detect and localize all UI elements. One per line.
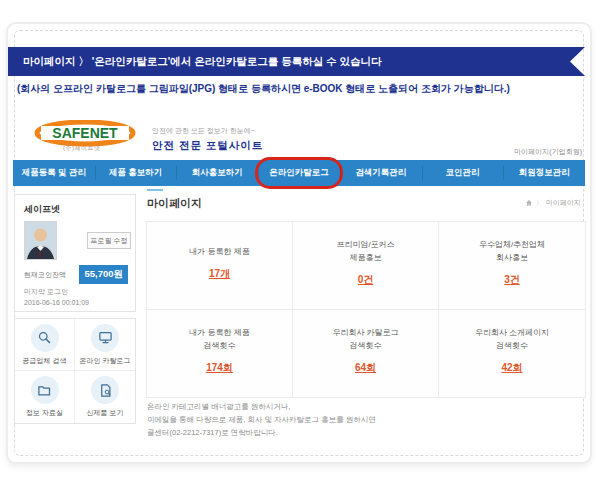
svg-text:SAFENET: SAFENET (52, 125, 118, 141)
stat-value-link[interactable]: 42회 (501, 361, 522, 375)
stat-excellent-company-promo: 우수업체/추천업체 회사홍보 3건 (439, 222, 585, 310)
page: 마이페이지 〉 '온라인카탈로그'에서 온라인카탈로그를 등록하실 수 있습니다… (0, 0, 600, 492)
main-nav: 제품등록 및 관리 제품 홍보하기 회사홍보하기 온라인카탈로그 검색기록관리 … (13, 160, 585, 186)
quick-menu-info-library[interactable]: 정보 자료실 (15, 371, 75, 423)
quick-menu-label: 신제품 보기 (87, 408, 124, 418)
stat-product-search-count: 내가 등록한 제품 검색횟수 174회 (147, 310, 293, 398)
last-login: 마지막 로그인 2016-06-16 00:01:09 (24, 287, 89, 308)
profile-company-name: 세이프넷 (24, 203, 126, 216)
stats-table: 내가 등록한 제품 17개 프리미엄/포커스 제품홍보 0건 우수업체/추천업체… (146, 221, 586, 398)
contact-notice: 온라인 카테고리별 배너광고를 원하시거나, 이메일을 통해 다량으로 제품, … (147, 401, 376, 439)
stat-value-link[interactable]: 17개 (209, 267, 230, 281)
stat-value-link[interactable]: 174회 (206, 361, 233, 375)
notice-ribbon: 마이페이지 〉 '온라인카탈로그'에서 온라인카탈로그를 등록하실 수 있습니다 (8, 47, 585, 76)
search-icon (31, 324, 59, 352)
stat-label: 내가 등록한 제품 (189, 246, 249, 258)
tagline-main: 안전 전문 포털사이트 (152, 139, 263, 153)
last-login-label: 마지막 로그인 (24, 287, 89, 298)
notice-ribbon-text: 마이페이지 〉 '온라인카탈로그'에서 온라인카탈로그를 등록하실 수 있습니다 (23, 55, 382, 67)
stat-premium-focus-promo: 프리미엄/포커스 제품홍보 0건 (293, 222, 439, 310)
stat-label: 우리회사 카탈로그 (332, 327, 398, 339)
nav-item-member-info[interactable]: 회원정보관리 (503, 160, 585, 186)
contact-notice-line: 온라인 카테고리별 배너광고를 원하시거나, (147, 401, 376, 414)
breadcrumb: 〉 마이페이지 (525, 198, 581, 208)
stat-label: 제품홍보 (350, 252, 382, 264)
stat-value-link[interactable]: 64회 (355, 361, 376, 375)
quick-menu-label: 공급업체 검색 (23, 356, 67, 366)
user-type-label: 마이페이지(기업회원) (514, 147, 582, 157)
stat-catalog-search-count: 우리회사 카탈로그 검색횟수 64회 (293, 310, 439, 398)
stat-label: 내가 등록한 제품 (189, 327, 249, 339)
nav-item-product-register[interactable]: 제품등록 및 관리 (13, 160, 95, 186)
stat-label: 검색횟수 (204, 340, 236, 352)
coin-label: 현재코인잔액 (24, 270, 66, 280)
stat-label: 프리미엄/포커스 (336, 239, 394, 251)
profile-box: 세이프넷 프로필 수정 현재코인잔액 55,700원 마지막 로그인 2016-… (14, 194, 136, 312)
stat-label: 검색횟수 (496, 340, 528, 352)
quick-menu-label: 정보 자료실 (26, 408, 63, 418)
coin-balance-badge: 55,700원 (79, 265, 128, 284)
nav-item-search-history[interactable]: 검색기록관리 (340, 160, 422, 186)
new-product-icon (91, 376, 119, 404)
quick-menu-label: 온라인 카탈로그 (80, 356, 131, 366)
stat-label: 우수업체/추천업체 (479, 239, 545, 251)
title-accent-line (147, 189, 163, 191)
monitor-icon (91, 324, 119, 352)
stat-value-link[interactable]: 0건 (358, 273, 374, 287)
profile-photo (24, 221, 57, 260)
tagline-small: 안전에 관한 모든 정보가 한눈에~ (152, 126, 263, 136)
stat-registered-products: 내가 등록한 제품 17개 (147, 222, 293, 310)
quick-menu: 공급업체 검색 온라인 카탈로그 정보 자료실 신제품 보기 (14, 318, 136, 424)
nav-item-online-catalog-label: 온라인카탈로그 (269, 167, 329, 179)
notice-subtitle: (회사의 오프라인 카탈로그를 그림파일(JPG) 형태로 등록하시면 e-BO… (17, 82, 577, 96)
stat-company-page-search-count: 우리회사 소개페이지 검색횟수 42회 (439, 310, 585, 398)
safenet-logo[interactable]: SAFENET (주)세이프넷 (33, 120, 141, 156)
last-login-value: 2016-06-16 00:01:09 (24, 298, 89, 309)
home-icon[interactable] (525, 199, 533, 207)
profile-edit-button[interactable]: 프로필 수정 (87, 232, 131, 249)
nav-item-coin-manage[interactable]: 코인관리 (422, 160, 504, 186)
stat-label: 검색횟수 (350, 340, 382, 352)
nav-item-company-promo[interactable]: 회사홍보하기 (176, 160, 258, 186)
stat-value-link[interactable]: 3건 (504, 273, 520, 287)
quick-menu-online-catalog[interactable]: 온라인 카탈로그 (75, 319, 135, 371)
folder-icon (31, 376, 59, 404)
contact-notice-line: 콜센터(02-2212-7317)로 연락바랍니다. (147, 427, 376, 440)
coin-row: 현재코인잔액 55,700원 (24, 265, 128, 284)
stat-label: 우리회사 소개페이지 (475, 327, 549, 339)
contact-notice-line: 이메일을 통해 다량으로 제품, 회사 및 자사카탈로그 홍보를 원하시면 (147, 414, 376, 427)
quick-menu-supplier-search[interactable]: 공급업체 검색 (15, 319, 75, 371)
nav-item-product-promo[interactable]: 제품 홍보하기 (95, 160, 177, 186)
stat-label: 회사홍보 (496, 252, 528, 264)
breadcrumb-current: 마이페이지 (546, 198, 581, 208)
breadcrumb-separator: 〉 (536, 198, 543, 208)
logo-subtext: (주)세이프넷 (63, 144, 101, 153)
nav-item-online-catalog[interactable]: 온라인카탈로그 (258, 160, 340, 186)
quick-menu-new-products[interactable]: 신제품 보기 (75, 371, 135, 423)
page-title: 마이페이지 (147, 196, 202, 211)
tagline: 안전에 관한 모든 정보가 한눈에~ 안전 전문 포털사이트 (152, 126, 263, 153)
